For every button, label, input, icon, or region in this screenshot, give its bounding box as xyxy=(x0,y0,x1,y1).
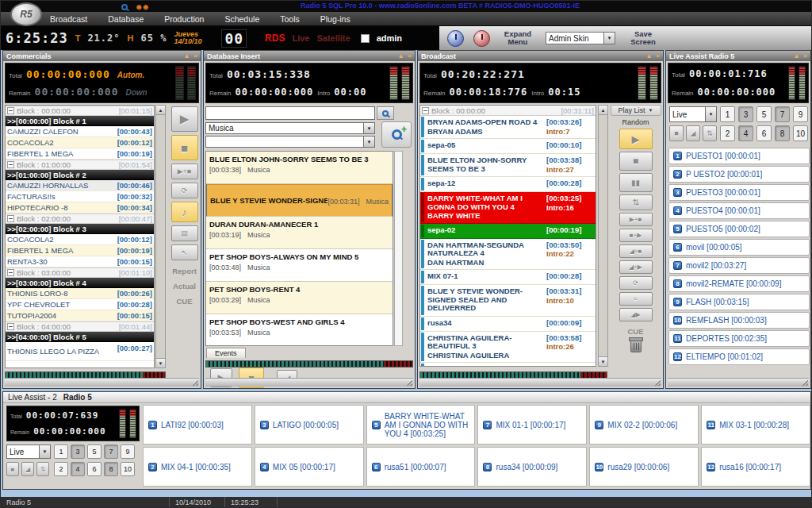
actual-label[interactable]: Actual xyxy=(173,282,196,291)
users-quick-icon[interactable]: ☻☻ xyxy=(135,2,148,11)
commercial-row[interactable]: FACTURAS!!s [00:00:32] xyxy=(6,191,154,202)
scroll-up-icon[interactable]: ▲ xyxy=(156,106,165,115)
rds-indicator[interactable]: RDS xyxy=(265,33,285,44)
page-pad[interactable]: 3 xyxy=(738,106,753,122)
cart-button[interactable]: 6 movil [00:00:05] xyxy=(668,239,810,256)
commercial-row[interactable]: Block : 04:00:00 [00:01:44] xyxy=(6,321,154,332)
fade-in-stop-button[interactable]: ◢+■ xyxy=(619,244,653,258)
cart-button[interactable]: 2 P UESTO2 [00:00:01] xyxy=(668,166,810,183)
playlist-row[interactable]: sepa-02 [00:00:19] xyxy=(420,224,596,239)
cart-button[interactable]: 12 rusa16 [00:00:17] xyxy=(701,447,810,487)
collapse-block-icon[interactable] xyxy=(7,161,14,168)
report-icon-button[interactable]: ▤ xyxy=(171,225,198,241)
loop-icon-button[interactable]: ⟳ xyxy=(171,183,198,198)
close-icon[interactable]: × xyxy=(656,52,660,60)
menu-item[interactable]: Database xyxy=(108,14,144,24)
category-select[interactable]: Musica▼ xyxy=(205,122,375,134)
page-pad[interactable]: 9 xyxy=(793,106,808,122)
crossfade-button[interactable]: ≈ xyxy=(619,292,653,306)
commercial-row[interactable]: Block : 03:00:00 [00:01:10] xyxy=(6,267,154,278)
report-label[interactable]: Report xyxy=(172,267,197,275)
fader-button[interactable]: ⇅ xyxy=(36,462,49,476)
cart-button[interactable]: 4 MIX 05 [00:00:17] xyxy=(255,447,364,487)
cart-button[interactable]: 9 FLASH [00:03:15] xyxy=(668,294,810,310)
collapse-block-icon[interactable] xyxy=(7,269,14,276)
playlist-row[interactable]: rusa34 [00:00:09] xyxy=(420,317,596,332)
stop-play-button[interactable]: ■+▶ xyxy=(619,229,653,242)
playlist-row[interactable]: BARRY WHITE-WHAT AM I GONNA DO WITH YOU … xyxy=(420,192,596,224)
commercial-row[interactable]: THIONIS LORO-8 [00:00:26] xyxy=(6,288,154,299)
close-icon[interactable]: × xyxy=(803,52,807,60)
cart-button[interactable]: 10 REMFLASH [00:00:03] xyxy=(668,312,810,329)
track-row[interactable]: PET SHOP BOYS-WEST AND GIRLS 4 [00:03:53… xyxy=(206,314,393,346)
cart-button[interactable]: 6 rusa51 [00:00:07] xyxy=(366,447,476,487)
cart-button[interactable]: 9 MIX 02-2 [00:00:06] xyxy=(589,405,699,444)
page-pad[interactable]: 2 xyxy=(720,125,735,141)
page-pad[interactable]: 6 xyxy=(756,125,772,141)
page-pad[interactable]: 5 xyxy=(87,444,102,459)
database-titlebar[interactable]: Database Insert▲× xyxy=(204,51,415,61)
playlist-row[interactable]: sepa-12 [00:00:28] xyxy=(420,177,596,192)
commercial-row[interactable]: CAMUZZI CALEFON [00:00:43] xyxy=(6,126,154,137)
menu-item[interactable]: Broadcast xyxy=(50,14,87,24)
dropdown-arrow-icon[interactable]: ▼ xyxy=(39,445,50,458)
playlist-row[interactable]: sepa-03 [00:00:20] xyxy=(420,363,596,367)
commercial-row[interactable]: CAMUZZI HORNALLAS [00:00:46] xyxy=(6,180,154,191)
live-mode-select[interactable]: Live▼ xyxy=(669,106,717,122)
dropdown-arrow-icon[interactable]: ▼ xyxy=(603,33,615,44)
scrollbar-track[interactable] xyxy=(394,151,403,346)
collapse-icon[interactable]: ▲ xyxy=(183,52,190,60)
menu-item[interactable]: Production xyxy=(164,14,204,24)
commercial-row[interactable]: Block : 00:00:00 [00:01:15] xyxy=(6,106,154,116)
collapse-block-icon[interactable] xyxy=(7,107,14,114)
commercial-row[interactable]: COCACOLA2 [00:00:12] xyxy=(6,137,154,148)
close-icon[interactable]: × xyxy=(408,52,412,60)
search-button[interactable] xyxy=(377,106,394,120)
cart-button[interactable]: 11 DEPORTES [00:02:35] xyxy=(668,330,810,347)
expand-menu-button[interactable]: Expand Menu xyxy=(500,30,536,46)
page-pad[interactable]: 10 xyxy=(793,125,808,141)
live-assist-titlebar[interactable]: Live Assist Radio 5▲× xyxy=(666,51,810,61)
collapse-block-icon[interactable] xyxy=(7,323,14,330)
cart-button[interactable]: 3 LATIGO [00:00:05] xyxy=(255,405,364,444)
dropdown-arrow-icon[interactable]: ▼ xyxy=(363,137,374,147)
cart-button[interactable]: 8 movil2-REMATE [00:00:09] xyxy=(668,275,810,292)
cart-button[interactable]: 8 rusa34 [00:00:09] xyxy=(477,447,587,487)
commercial-row[interactable]: >>[03:00:00] Block # 4 xyxy=(6,278,154,288)
page-pad[interactable]: 6 xyxy=(87,462,102,476)
ramp-play-button[interactable]: ◢▶ xyxy=(619,308,653,321)
cart-button[interactable]: 7 MIX 01-1 [00:00:17] xyxy=(477,405,587,444)
broadcast-titlebar[interactable]: Broadcast▲× xyxy=(418,51,663,61)
track-row[interactable]: BLUE Y STEVIE WONDER-SIGNED SEALED AND D… xyxy=(206,184,393,217)
stop-button[interactable]: ■ xyxy=(669,125,684,141)
scrollbar[interactable]: ▲▼ xyxy=(598,105,608,367)
satellite-indicator[interactable]: Satellite xyxy=(316,33,350,43)
menu-item[interactable]: Plug-ins xyxy=(320,14,350,24)
live-indicator[interactable]: Live xyxy=(292,33,309,43)
live-assist-2-titlebar[interactable]: Live Assist - 2Radio 5 xyxy=(3,392,810,403)
cart-button[interactable]: 3 PUESTO3 [00:00:01] xyxy=(668,184,810,201)
collapse-icon[interactable]: ▲ xyxy=(793,52,799,60)
search-add-button[interactable]: + xyxy=(381,121,412,148)
commercial-row[interactable]: Block : 01:00:00 [00:01:54] xyxy=(6,160,154,170)
scroll-up-icon[interactable]: ▲ xyxy=(599,106,607,115)
commercial-row[interactable]: >>[04:00:00] Block # 5 xyxy=(6,332,154,342)
play-stop-button[interactable]: ▶+■ xyxy=(619,213,653,226)
scheduler-clock-red-button[interactable] xyxy=(473,30,490,47)
onair-checkbox[interactable] xyxy=(361,34,370,43)
cart-button[interactable]: 12 ELTIEMPO [00:01:02] xyxy=(668,348,810,365)
play-button[interactable]: ▶ xyxy=(171,106,198,132)
stop-button[interactable]: ■ xyxy=(619,152,653,171)
cart-button[interactable]: 1 LATI92 [00:00:03] xyxy=(143,405,252,444)
subcategory-select[interactable]: ▼ xyxy=(205,136,375,148)
menu-item[interactable]: Schedule xyxy=(224,14,259,24)
commercial-row[interactable]: THIONIS LLEGO LA PIZZA [00:00:27] xyxy=(6,342,154,361)
dropdown-arrow-icon[interactable]: ▼ xyxy=(705,107,716,121)
commercial-row[interactable]: YPF CHEVROLET [00:00:28] xyxy=(6,299,154,310)
playlist-row[interactable]: BLUE ELTON JOHN-SORRY SEEMS TO BE 3 [00:… xyxy=(420,154,596,177)
track-row[interactable]: PET SHOP BOYS-RENT 4 [00:03:29]Musica xyxy=(206,282,393,314)
commercial-row[interactable]: HIPOTECARIO -8 [00:00:34] xyxy=(6,202,154,214)
cue-label[interactable]: CUE xyxy=(627,327,643,336)
cart-button[interactable]: 5 BARRY WHITE-WHAT AM I GONNA DO WITH YO… xyxy=(366,405,476,444)
commercial-row[interactable]: >>[00:00:00] Block # 1 xyxy=(6,116,154,126)
